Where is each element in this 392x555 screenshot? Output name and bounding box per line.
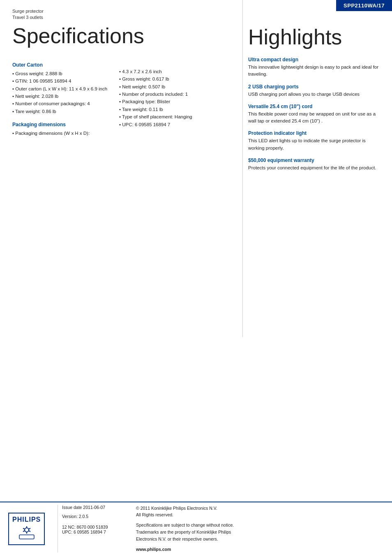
footer-inner: Issue date 2011-06-07 Version: 2.0.5 12 …	[62, 505, 384, 553]
specs-columns: Outer Carton Gross weight: 2.888 lb GTIN…	[12, 56, 242, 137]
list-item: 4.3 x 7.2 x 2.6 inch	[119, 68, 226, 75]
svg-line-6	[29, 528, 30, 529]
highlight-item-0: Ultra compact design This innovative lig…	[248, 57, 380, 78]
list-item: Number of products included: 1	[119, 90, 226, 98]
issue-date: Issue date 2011-06-07	[62, 505, 128, 510]
left-column: Surge protector Travel 3 outlets Specifi…	[12, 8, 242, 137]
product-category: Surge protector Travel 3 outlets	[12, 8, 242, 21]
website-link: www.philips.com	[136, 546, 384, 553]
highlight-item-1: 2 USB charging ports USB charging port a…	[248, 84, 380, 98]
copyright-text: © 2011 Koninklijke Philips Electronics N…	[136, 505, 384, 519]
svg-line-3	[23, 528, 25, 529]
philips-logo-text: PHILIPS	[12, 516, 41, 523]
highlight-item-4: $50,000 equipment warranty Protects your…	[248, 157, 380, 171]
list-item: Tare weight: 0.86 lb	[12, 108, 119, 115]
packaging-heading: Packaging dimensions	[12, 122, 119, 127]
footer: PHILIPS	[0, 502, 392, 555]
list-item: UPC: 6 09585 16894 7	[119, 121, 226, 128]
list-item: Outer carton (L x W x H): 11 x 4.9 x 6.9…	[12, 85, 119, 92]
vertical-divider	[242, 0, 243, 337]
specs-col-right: 4.3 x 7.2 x 2.6 inch Gross weight: 0.617…	[119, 56, 226, 137]
list-item: Gross weight: 2.888 lb	[12, 70, 119, 77]
right-specs-list: 4.3 x 7.2 x 2.6 inch Gross weight: 0.617…	[119, 68, 226, 128]
nc-upc: 12 NC: 8670 000 51839 UPC: 6 09585 16894…	[62, 525, 128, 534]
list-item: Number of consumer packagings: 4	[12, 100, 119, 107]
outer-carton-list: Gross weight: 2.888 lb GTIN: 1 06 09585 …	[12, 70, 119, 115]
highlight-text-1: USB charging port allows you to charge U…	[248, 91, 380, 98]
highlight-heading-0: Ultra compact design	[248, 57, 380, 62]
version: Version: 2.0.5	[62, 514, 128, 519]
highlight-heading-1: 2 USB charging ports	[248, 84, 380, 90]
svg-line-5	[23, 531, 25, 532]
list-item: Nett weight: 2.028 lb	[12, 92, 119, 100]
philips-icon-svg	[18, 525, 35, 540]
list-item: Type of shelf placement: Hanging	[119, 113, 226, 120]
model-number: SPP2110WA/17	[344, 2, 385, 9]
svg-rect-7	[19, 535, 34, 539]
list-item: Packaging dimensions (W x H x D):	[12, 130, 119, 137]
list-item: Gross weight: 0.617 lb	[119, 75, 226, 83]
list-item: Tare weight: 0.11 lb	[119, 106, 226, 113]
page-wrapper: SPP2110WA/17 Surge protector Travel 3 ou…	[0, 0, 392, 555]
list-item: Packaging type: Blister	[119, 98, 226, 105]
footer-info: Issue date 2011-06-07 Version: 2.0.5 12 …	[58, 505, 384, 553]
highlight-heading-2: Versatile 25.4 cm (10") cord	[248, 104, 380, 109]
packaging-list: Packaging dimensions (W x H x D):	[12, 130, 119, 137]
highlight-item-2: Versatile 25.4 cm (10") cord This flexib…	[248, 104, 380, 125]
footer-left-info: Issue date 2011-06-07 Version: 2.0.5 12 …	[62, 505, 128, 534]
list-item: GTIN: 1 06 09585 16894 4	[12, 77, 119, 85]
highlight-text-3: This LED alert lights up to indicate the…	[248, 137, 380, 152]
footer-logo: PHILIPS	[8, 513, 45, 545]
highlights-title: Highlights	[248, 25, 380, 49]
highlight-heading-4: $50,000 equipment warranty	[248, 157, 380, 163]
highlight-text-0: This innovative lightweight design is ea…	[248, 64, 380, 78]
highlight-text-4: Protects your connected equipment for th…	[248, 164, 380, 171]
right-column: Highlights Ultra compact design This inn…	[248, 8, 380, 177]
footer-right-text: © 2011 Koninklijke Philips Electronics N…	[136, 505, 384, 553]
specs-col-left: Outer Carton Gross weight: 2.888 lb GTIN…	[12, 56, 119, 137]
outer-carton-heading: Outer Carton	[12, 62, 119, 68]
svg-line-4	[29, 531, 30, 532]
philips-logo-icon	[12, 525, 41, 542]
disclaimer-text: Specifications are subject to change wit…	[136, 522, 384, 542]
highlight-text-2: This flexible power cord may be wrapped …	[248, 111, 380, 125]
svg-point-0	[25, 528, 29, 532]
philips-logo-box: PHILIPS	[8, 513, 45, 545]
highlight-heading-3: Protection indicator light	[248, 130, 380, 136]
list-item: Nett weight: 0.507 lb	[119, 83, 226, 90]
page-title: Specifications	[12, 23, 242, 48]
highlight-item-3: Protection indicator light This LED aler…	[248, 130, 380, 152]
